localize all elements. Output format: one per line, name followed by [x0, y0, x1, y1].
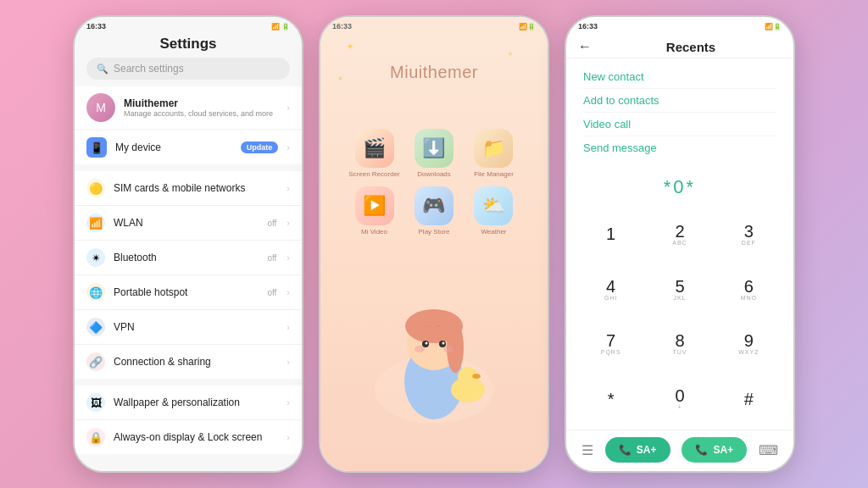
key-star-num: * [608, 391, 615, 408]
key-8-num: 8 [675, 332, 684, 349]
hotspot-label: Portable hotspot [114, 286, 259, 298]
sim-row[interactable]: 🟡 SIM cards & mobile networks › [75, 171, 302, 206]
app-play-store[interactable]: 🎮 Play Store [409, 186, 459, 236]
chevron-icon: › [287, 357, 290, 367]
screen-recorder-icon: 🎬 [355, 129, 394, 168]
key-4[interactable]: 4 GHI [578, 263, 643, 315]
key-hash-num: # [744, 391, 754, 408]
sim-label: SIM cards & mobile networks [114, 182, 278, 194]
key-7-letters: PQRS [601, 349, 621, 355]
key-hash[interactable]: # [716, 373, 782, 424]
chevron-icon: › [287, 432, 290, 442]
device-item[interactable]: 📱 My device Update › [75, 130, 302, 164]
app-weather[interactable]: ⛅ Weather [468, 186, 519, 236]
star-deco-2: ✦ [507, 49, 514, 58]
connection-row[interactable]: 🔗 Connection & sharing › [75, 345, 302, 379]
new-contact-action[interactable]: New contact [583, 65, 776, 89]
status-bar-2: 16:33 📶🔋 [320, 17, 548, 32]
send-message-action[interactable]: Send message [583, 136, 776, 159]
wlan-row[interactable]: 📶 WLAN off › [75, 206, 302, 241]
settings-section-display: 🖼 Wallpaper & personalization › 🔒 Always… [75, 385, 302, 454]
status-bar-1: 16:33 📶 🔋 [75, 17, 302, 32]
key-5-letters: JKL [673, 295, 686, 301]
key-9-letters: WXYZ [738, 349, 759, 355]
key-6-num: 6 [744, 278, 754, 295]
key-2[interactable]: 2 ABC [647, 208, 712, 260]
key-3[interactable]: 3 DEF [716, 208, 782, 260]
menu-icon[interactable]: ☰ [581, 442, 593, 458]
wallpaper-row[interactable]: 🖼 Wallpaper & personalization › [75, 385, 302, 420]
hotspot-value: off [267, 288, 276, 297]
hotspot-row[interactable]: 🌐 Portable hotspot off › [75, 275, 302, 310]
play-store-label: Play Store [419, 228, 450, 236]
key-8[interactable]: 8 TUV [647, 319, 712, 370]
call-button-2[interactable]: 📞 SA+ [682, 437, 747, 463]
user-name: Miuithemer [124, 97, 278, 109]
app-grid: 🎬 Screen Recorder ⬇️ Downloads 📁 File Ma… [331, 129, 536, 236]
bluetooth-icon: ✴ [86, 248, 105, 267]
wlan-value: off [267, 219, 276, 228]
bluetooth-row[interactable]: ✴ Bluetooth off › [75, 241, 302, 275]
app-file-manager[interactable]: 📁 File Manager [468, 129, 519, 178]
user-item[interactable]: M Miuithemer Manage accounts, cloud serv… [75, 86, 302, 129]
dialer-header: ← Recents [566, 32, 793, 58]
aod-row[interactable]: 🔒 Always-on display & Lock screen › [75, 420, 302, 454]
key-5[interactable]: 5 JKL [647, 263, 712, 315]
update-badge[interactable]: Update [241, 141, 279, 153]
key-7[interactable]: 7 PQRS [578, 319, 643, 370]
call-button-1[interactable]: 📞 SA+ [605, 437, 670, 463]
key-1-num: 1 [606, 225, 615, 242]
phone-home: 16:33 📶🔋 ✦ ✦ ★ Miuithemer 🎬 Screen Recor… [319, 15, 549, 473]
add-to-contacts-action[interactable]: Add to contacts [583, 89, 776, 113]
bluetooth-value: off [267, 253, 276, 263]
star-deco-3: ★ [337, 75, 343, 82]
file-manager-label: File Manager [474, 170, 514, 178]
star-deco-1: ✦ [346, 41, 354, 53]
app-mi-video[interactable]: ▶️ Mi Video [348, 186, 399, 236]
chevron-icon: › [287, 287, 290, 297]
key-0[interactable]: 0 + [647, 373, 712, 424]
settings-section-network: 🟡 SIM cards & mobile networks › 📶 WLAN o… [75, 171, 302, 379]
phone-settings: 16:33 📶 🔋 Settings 🔍 Search settings M M… [73, 15, 303, 473]
hotspot-icon: 🌐 [86, 283, 105, 302]
mi-video-icon: ▶️ [355, 186, 394, 225]
key-4-num: 4 [606, 278, 615, 295]
key-5-num: 5 [675, 278, 684, 295]
keypad: 1 2 ABC 3 DEF 4 GHI 5 JKL [566, 203, 793, 430]
status-icons-3: 📶🔋 [765, 23, 782, 30]
wlan-label: WLAN [114, 217, 259, 229]
home-screen: 16:33 📶🔋 ✦ ✦ ★ Miuithemer 🎬 Screen Recor… [320, 17, 548, 471]
search-icon: 🔍 [97, 64, 108, 75]
character-svg [358, 280, 510, 432]
key-3-num: 3 [744, 223, 754, 240]
app-downloads[interactable]: ⬇️ Downloads [409, 129, 459, 178]
search-placeholder: Search settings [114, 63, 184, 75]
key-6-letters: MNO [741, 295, 757, 301]
user-info: Miuithemer Manage accounts, cloud servic… [124, 97, 278, 118]
status-icons-1: 📶 🔋 [271, 23, 290, 30]
sim-icon: 🟡 [86, 179, 105, 197]
key-star[interactable]: * [578, 373, 643, 424]
keypad-icon[interactable]: ⌨ [759, 442, 778, 458]
video-call-action[interactable]: Video call [583, 113, 776, 136]
svg-point-13 [472, 374, 481, 379]
weather-label: Weather [481, 228, 506, 236]
key-6[interactable]: 6 MNO [716, 263, 782, 315]
play-store-icon: 🎮 [415, 186, 453, 225]
status-bar-3: 16:33 📶🔋 [566, 17, 793, 32]
screen-recorder-label: Screen Recorder [348, 170, 399, 178]
connection-label: Connection & sharing [114, 356, 278, 368]
downloads-icon: ⬇️ [415, 129, 453, 168]
vpn-row[interactable]: 🔷 VPN › [75, 310, 302, 345]
vpn-icon: 🔷 [86, 318, 105, 336]
file-manager-icon: 📁 [474, 129, 513, 168]
key-9[interactable]: 9 WXYZ [716, 319, 782, 370]
search-bar[interactable]: 🔍 Search settings [86, 58, 290, 80]
key-1[interactable]: 1 [578, 208, 643, 260]
settings-title: Settings [75, 32, 302, 58]
key-9-num: 9 [744, 332, 754, 349]
call-label-1: SA+ [637, 444, 657, 456]
back-button[interactable]: ← [578, 39, 592, 54]
vpn-label: VPN [114, 321, 278, 333]
app-screen-recorder[interactable]: 🎬 Screen Recorder [348, 129, 399, 178]
